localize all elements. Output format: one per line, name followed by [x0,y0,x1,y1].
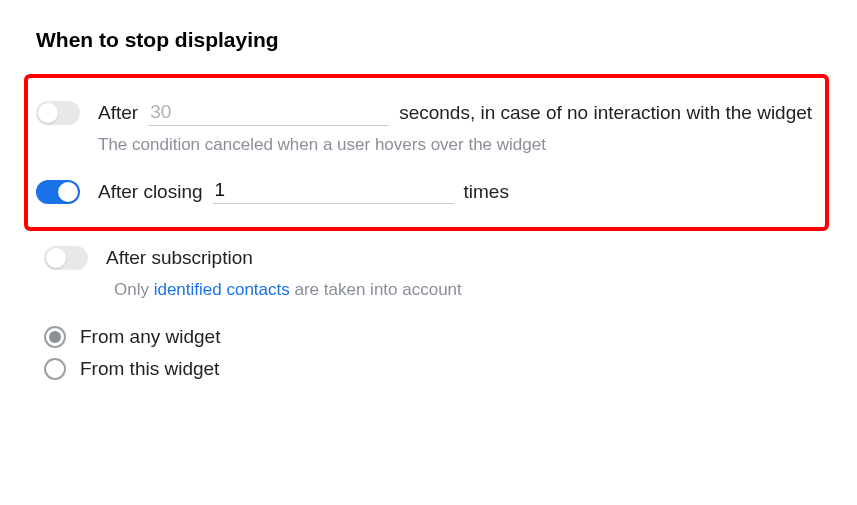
after-subscription-hint-after: are taken into account [290,280,462,299]
after-seconds-prefix: After [98,100,138,127]
after-closing-suffix: times [464,179,509,206]
after-subscription-label: After subscription [106,245,253,272]
option-after-seconds-row: After seconds, in case of no interaction… [28,100,825,127]
option-after-seconds: After seconds, in case of no interaction… [28,100,825,155]
toggle-knob-icon [46,248,66,268]
after-seconds-input[interactable] [148,101,389,126]
scope-radio-group: From any widget From this widget [44,326,821,380]
option-after-subscription-row: After subscription [44,245,821,272]
toggle-after-subscription[interactable] [44,246,88,270]
after-seconds-hint: The condition canceled when a user hover… [98,135,825,155]
when-to-stop-section: When to stop displaying After seconds, i… [0,0,857,418]
option-after-subscription: After subscription Only identified conta… [36,245,821,300]
radio-dot-icon [49,331,61,343]
radio-from-this-widget-row: From this widget [44,358,821,380]
radio-from-any-widget[interactable] [44,326,66,348]
section-title: When to stop displaying [36,28,821,52]
radio-from-any-widget-row: From any widget [44,326,821,348]
toggle-after-seconds[interactable] [36,101,80,125]
after-closing-input[interactable] [213,179,454,204]
option-after-closing: After closing times [28,179,825,206]
toggle-knob-icon [58,182,78,202]
toggle-after-closing[interactable] [36,180,80,204]
after-seconds-suffix: seconds, in case of no interaction with … [399,100,812,127]
identified-contacts-link[interactable]: identified contacts [154,280,290,299]
toggle-knob-icon [38,103,58,123]
radio-from-any-widget-label: From any widget [80,326,220,348]
radio-from-this-widget-label: From this widget [80,358,219,380]
option-after-closing-row: After closing times [28,179,825,206]
highlight-box: After seconds, in case of no interaction… [24,74,829,231]
after-closing-prefix: After closing [98,179,203,206]
after-subscription-hint: Only identified contacts are taken into … [114,280,821,300]
radio-from-this-widget[interactable] [44,358,66,380]
after-subscription-hint-before: Only [114,280,154,299]
